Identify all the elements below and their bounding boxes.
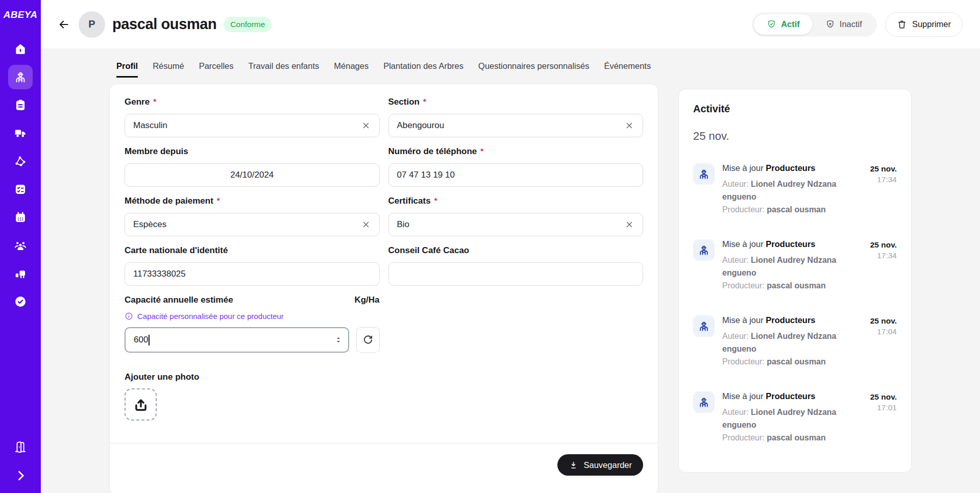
field-label: Conseil Café Cacao <box>388 245 644 256</box>
field-label: Section* <box>388 97 644 107</box>
farmer-icon <box>693 315 715 337</box>
capacity-unit: Kg/Ha <box>354 295 379 305</box>
clear-icon[interactable] <box>624 120 634 131</box>
required-asterisk: * <box>423 97 426 105</box>
refresh-icon <box>362 334 374 346</box>
activity-list: Mise à jour Producteurs Auteur: Lionel A… <box>693 163 897 444</box>
text-caret <box>149 335 150 346</box>
tab-menages[interactable]: Ménages <box>334 61 369 78</box>
shield-check-icon <box>767 19 776 29</box>
required-asterisk: * <box>480 146 483 155</box>
activity-item: Mise à jour Producteurs Auteur: Lionel A… <box>693 391 897 444</box>
activity-timestamp: 25 nov. 17:01 <box>870 391 897 444</box>
activity-timestamp: 25 nov. 17:34 <box>870 163 897 216</box>
sidebar-item-clipboard[interactable] <box>8 93 33 117</box>
stats-icon <box>14 267 27 280</box>
input-certificats[interactable]: Bio <box>388 213 644 236</box>
activity-title: Activité <box>693 103 897 115</box>
calendar-icon <box>14 211 27 224</box>
inactif-button[interactable]: Inactif <box>813 14 875 35</box>
save-button[interactable]: Sauvegarder <box>557 454 643 476</box>
avatar: P <box>79 11 105 38</box>
main-area: P pascal ousman Conforme Actif Inactif S… <box>41 0 980 493</box>
input-membre-depuis[interactable]: 24/10/2024 <box>125 163 380 187</box>
activity-timestamp: 25 nov. 17:04 <box>870 315 897 368</box>
field-label: Genre* <box>125 97 380 107</box>
status-toggle: Actif Inactif <box>752 12 877 37</box>
sidebar-item-door[interactable] <box>8 435 33 459</box>
input-value: Bio <box>397 219 625 230</box>
clear-icon[interactable] <box>361 219 371 230</box>
upload-icon <box>133 397 149 412</box>
capacity-note: Capacité personnalisée pour ce producteu… <box>125 312 380 321</box>
checklist-icon <box>14 183 27 196</box>
sidebar-item-calendar[interactable] <box>8 205 33 230</box>
clear-icon[interactable] <box>361 120 371 131</box>
field-certificats: Certificats*Bio <box>388 196 644 236</box>
topbar: P pascal ousman Conforme Actif Inactif S… <box>41 0 980 49</box>
reset-capacity-button[interactable] <box>356 327 380 353</box>
check-badge-icon <box>14 295 27 308</box>
field-label: Membre depuis <box>125 146 380 157</box>
form-grid: Genre*MasculinSection*AbengourouMembre d… <box>125 97 643 362</box>
input-genre[interactable]: Masculin <box>125 114 380 137</box>
door-icon <box>14 440 27 454</box>
required-asterisk: * <box>217 196 220 204</box>
delete-button[interactable]: Supprimer <box>885 12 963 37</box>
back-button[interactable] <box>54 15 74 34</box>
field-genre: Genre*Masculin <box>125 97 380 137</box>
capacity-section: Capacité annuelle estimée Kg/Ha Capacité… <box>125 295 380 353</box>
field-section: Section*Abengourou <box>388 97 644 137</box>
clipboard-icon <box>14 98 27 112</box>
sidebar-item-chevron-right[interactable] <box>8 463 33 488</box>
input-value: 24/10/2024 <box>133 170 371 180</box>
status-badge: Conforme <box>224 17 272 32</box>
tab-plantation-des-arbres[interactable]: Plantation des Arbres <box>383 61 463 78</box>
sidebar-item-stats[interactable] <box>8 261 33 286</box>
input-methode-de-paiement[interactable]: Espèces <box>125 213 380 236</box>
activity-timestamp: 25 nov. 17:34 <box>870 239 897 292</box>
field-label: Méthode de paiement* <box>125 196 380 206</box>
capacity-input[interactable]: 600 <box>125 327 349 353</box>
field-label: Numéro de téléphone* <box>388 146 644 157</box>
clear-icon[interactable] <box>624 219 634 230</box>
sidebar-item-producers[interactable] <box>8 65 33 89</box>
sidebar-item-home[interactable] <box>8 37 33 61</box>
tab-parcelles[interactable]: Parcelles <box>199 61 234 78</box>
chevron-right-icon <box>14 469 27 482</box>
sidebar-item-check-badge[interactable] <box>8 289 33 314</box>
required-asterisk: * <box>434 196 437 204</box>
input-numero-de-telephone[interactable]: 07 47 13 19 10 <box>388 163 644 187</box>
input-conseil-cafe-cacao[interactable] <box>388 262 644 286</box>
tab-resume[interactable]: Résumé <box>153 61 184 78</box>
sidebar-nav <box>8 37 33 314</box>
farmer-icon <box>693 391 715 413</box>
tab-questionnaires-personnalises[interactable]: Questionnaires personnalisés <box>478 61 589 78</box>
content: ProfilRésuméParcellesTravail des enfants… <box>41 49 980 493</box>
field-membre-depuis: Membre depuis24/10/2024 <box>125 146 380 187</box>
actif-button[interactable]: Actif <box>754 14 813 35</box>
profile-form-card: Genre*MasculinSection*AbengourouMembre d… <box>109 84 658 493</box>
sidebar-item-community[interactable] <box>8 233 33 258</box>
tab-evenements[interactable]: Événements <box>604 61 651 78</box>
activity-item: Mise à jour Producteurs Auteur: Lionel A… <box>693 239 897 292</box>
sidebar-bottom <box>8 435 33 488</box>
input-value: 11733338025 <box>133 269 371 279</box>
activity-date-group: 25 nov. <box>693 130 897 143</box>
tab-travail-des-enfants[interactable]: Travail des enfants <box>249 61 320 78</box>
sidebar-item-truck[interactable] <box>8 121 33 145</box>
tab-profil[interactable]: Profil <box>116 61 138 78</box>
field-carte-nationale-d-identite: Carte nationale d'identité11733338025 <box>125 245 380 286</box>
shield-x-icon <box>825 19 835 29</box>
field-numero-de-telephone: Numéro de téléphone*07 47 13 19 10 <box>388 146 644 187</box>
photo-label: Ajouter une photo <box>125 372 643 382</box>
number-stepper[interactable] <box>334 333 343 347</box>
network-icon <box>14 155 27 168</box>
photo-upload-button[interactable] <box>125 388 157 421</box>
sidebar-item-network[interactable] <box>8 149 33 174</box>
input-value: Abengourou <box>397 120 625 131</box>
field-label: Carte nationale d'identité <box>125 245 380 256</box>
sidebar-item-checklist[interactable] <box>8 177 33 202</box>
input-carte-nationale-d-identite[interactable]: 11733338025 <box>125 262 380 286</box>
input-section[interactable]: Abengourou <box>388 114 644 137</box>
